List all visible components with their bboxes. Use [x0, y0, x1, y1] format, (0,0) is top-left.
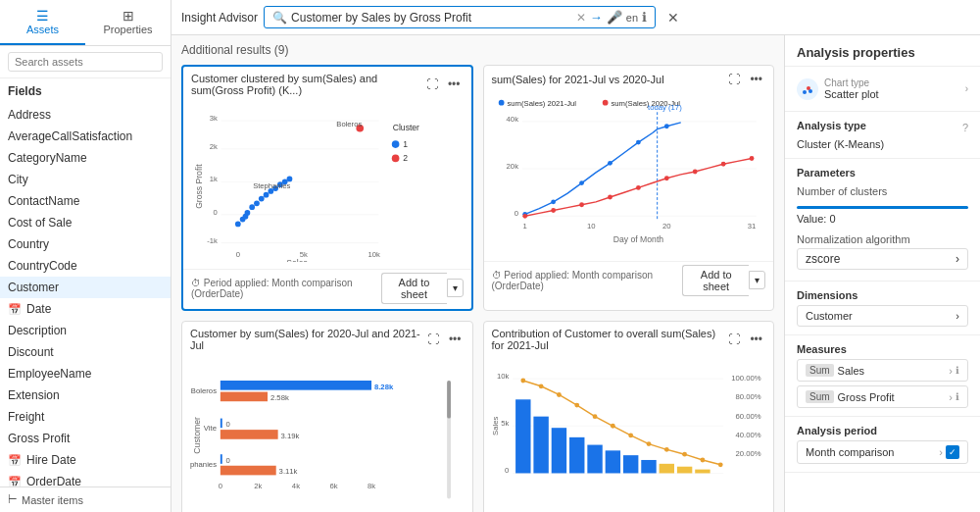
- analysis-type-info-icon[interactable]: ?: [962, 122, 968, 133]
- dimension-customer-tag[interactable]: Customer ›: [797, 305, 968, 327]
- search-input[interactable]: [291, 11, 572, 25]
- bar-title: Customer by sum(Sales) for 2020-Jul and …: [190, 328, 420, 351]
- sidebar-item-country[interactable]: Country: [0, 233, 171, 255]
- close-button[interactable]: ✕: [662, 8, 685, 27]
- nav-icon[interactable]: →: [590, 10, 603, 25]
- master-items-label: Master items: [22, 494, 83, 506]
- svg-point-32: [392, 140, 400, 148]
- svg-text:80.00%: 80.00%: [735, 392, 760, 401]
- sidebar-item-countrycode[interactable]: CountryCode: [0, 255, 171, 277]
- sidebar-item-orderdate[interactable]: 📅OrderDate: [0, 471, 171, 486]
- svg-point-117: [557, 392, 562, 397]
- period-icons: › ✓: [939, 445, 959, 459]
- sidebar-item-hiredate[interactable]: 📅Hire Date: [0, 449, 171, 471]
- lang-selector[interactable]: en: [626, 12, 638, 24]
- sidebar-item-address[interactable]: Address: [0, 104, 171, 126]
- num-clusters-label: Number of clusters: [797, 185, 968, 197]
- svg-point-125: [700, 457, 705, 462]
- contribution-expand-btn[interactable]: ⛶: [725, 332, 743, 347]
- help-icon[interactable]: ℹ: [642, 10, 647, 25]
- sidebar-item-city[interactable]: City: [0, 169, 171, 190]
- master-items-footer[interactable]: ⊢ Master items: [0, 486, 171, 512]
- fields-header: Fields: [0, 78, 171, 104]
- dimensions-header: Dimensions: [797, 289, 968, 301]
- scatter-chart-card: Customer clustered by sum(Sales) and sum…: [181, 65, 473, 311]
- sidebar-item-freight[interactable]: Freight: [0, 406, 171, 428]
- svg-rect-82: [220, 465, 276, 475]
- svg-text:0: 0: [226, 456, 230, 465]
- line-add-sheet-btn[interactable]: Add to sheet: [682, 265, 749, 296]
- sidebar-item-extension[interactable]: Extension: [0, 384, 171, 406]
- period-dropdown[interactable]: Month comparison › ✓: [797, 440, 968, 464]
- item-label: Customer: [8, 281, 59, 294]
- svg-rect-80: [220, 454, 222, 464]
- sidebar-item-employeename[interactable]: EmployeeName: [0, 363, 171, 384]
- analysis-panel: Analysis properties Chart type Scatter p…: [784, 35, 980, 512]
- content-area: Additional results (9) Customer clustere…: [172, 35, 980, 512]
- chart-type-chevron[interactable]: ›: [965, 83, 968, 94]
- sidebar-item-discount[interactable]: Discount: [0, 341, 171, 363]
- item-label: CountryCode: [8, 259, 77, 273]
- header-bar: Insight Advisor 🔍 ✕ → 🎤 en ℹ ✕: [172, 0, 980, 35]
- clear-search-icon[interactable]: ✕: [576, 11, 586, 25]
- contribution-menu-btn[interactable]: •••: [747, 332, 765, 347]
- svg-point-59: [663, 176, 668, 180]
- norm-algo-dropdown[interactable]: zscore ›: [797, 248, 968, 270]
- svg-text:8k: 8k: [368, 482, 375, 490]
- contribution-actions: ⛶ •••: [725, 332, 765, 347]
- measure-sales-info[interactable]: ℹ: [956, 365, 959, 376]
- scatter-add-sheet-btn[interactable]: Add to sheet: [381, 273, 447, 304]
- sidebar-tab-properties[interactable]: ⊞ Properties: [85, 0, 171, 45]
- svg-text:Sales: Sales: [492, 416, 500, 435]
- svg-point-50: [579, 180, 584, 185]
- clusters-slider[interactable]: [797, 206, 968, 209]
- period-checkbox[interactable]: ✓: [946, 445, 959, 459]
- scatter-expand-btn[interactable]: ⛶: [423, 77, 441, 92]
- measure-sales-chevron: ›: [949, 365, 953, 377]
- svg-point-115: [520, 378, 525, 383]
- svg-text:20: 20: [662, 222, 671, 230]
- svg-text:2k: 2k: [210, 142, 218, 151]
- svg-text:40k: 40k: [506, 115, 518, 124]
- sidebar-tab-assets[interactable]: ☰ Assets: [0, 0, 85, 45]
- line-add-sheet-dropdown[interactable]: ▾: [749, 271, 765, 289]
- dimension-chevron: ›: [956, 310, 959, 322]
- line-menu-btn[interactable]: •••: [747, 72, 765, 87]
- sidebar-item-averagecallsatisfaction[interactable]: AverageCallSatisfaction: [0, 126, 171, 147]
- sidebar-item-date[interactable]: 📅Date: [0, 298, 171, 320]
- sidebar-item-costofsale[interactable]: Cost of Sale: [0, 212, 171, 233]
- measure-gp-info[interactable]: ℹ: [956, 391, 959, 402]
- properties-tab-label: Properties: [103, 24, 152, 35]
- scatter-menu-btn[interactable]: •••: [445, 77, 464, 92]
- svg-point-122: [646, 441, 651, 446]
- search-assets-input[interactable]: [8, 52, 163, 72]
- measure-sales-labels: Sum Sales: [806, 364, 864, 377]
- measure-sales-tag[interactable]: Sum Sales › ℹ: [797, 359, 968, 382]
- sidebar-item-grossprofit[interactable]: Gross Profit: [0, 428, 171, 449]
- calendar-icon: 📅: [8, 476, 22, 487]
- contribution-body: 10k 5k 0 100.00% 80.00% 60.00% 40.00% 20…: [484, 353, 774, 512]
- mic-icon[interactable]: 🎤: [607, 10, 622, 25]
- bar-menu-btn[interactable]: •••: [446, 332, 465, 347]
- svg-rect-105: [533, 416, 548, 473]
- value-label: Value:: [797, 213, 826, 225]
- svg-text:100.00%: 100.00%: [731, 374, 761, 383]
- chart-type-section: Chart type Scatter plot ›: [785, 67, 980, 112]
- sidebar-item-categoryname[interactable]: CategoryName: [0, 147, 171, 169]
- svg-text:2: 2: [403, 153, 408, 163]
- sidebar-item-description[interactable]: Description: [0, 320, 171, 341]
- sidebar-item-customer[interactable]: Customer: [0, 277, 171, 298]
- scatter-actions: ⛶ •••: [423, 77, 464, 92]
- params-header: Parameters: [797, 167, 968, 179]
- item-label: Discount: [8, 345, 54, 359]
- svg-rect-75: [220, 418, 222, 428]
- item-label: EmployeeName: [8, 367, 91, 381]
- svg-text:5k: 5k: [501, 419, 509, 428]
- line-expand-btn[interactable]: ⛶: [725, 72, 743, 87]
- svg-point-118: [574, 402, 579, 407]
- scatter-add-sheet-dropdown[interactable]: ▾: [447, 279, 464, 297]
- sidebar-item-contactname[interactable]: ContactName: [0, 190, 171, 212]
- measure-gp-chevron: ›: [949, 391, 953, 403]
- measure-grossprofit-tag[interactable]: Sum Gross Profit › ℹ: [797, 385, 968, 408]
- bar-expand-btn[interactable]: ⛶: [424, 332, 442, 347]
